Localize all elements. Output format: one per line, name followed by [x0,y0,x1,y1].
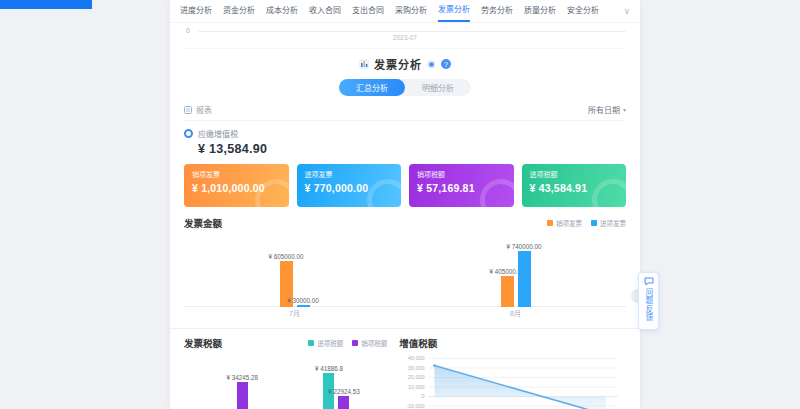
toggle-option[interactable]: 汇总分析 [339,79,405,96]
summary-card: 销项发票¥ 1,010,000.00 [184,164,289,207]
bar-group: ¥ 41886.8¥ 22924.538月 [323,353,349,409]
page-title: 发票分析 [374,56,422,72]
feedback-label: 问题反馈 [643,288,654,322]
card-label: 销项发票 [192,169,281,179]
bar-value-label: ¥ 30000.00 [287,297,319,304]
chart-icon [359,59,369,69]
bar-group: ¥ 405000.00¥ 740000.008月 [501,233,531,319]
bar-value-label: ¥ 41886.8 [315,365,343,372]
bar [518,251,531,307]
y-tick-label: 40,000 [408,355,425,361]
help-icon[interactable]: ? [441,59,451,69]
date-filter-label: 所有日期 [588,104,620,115]
top-left-banner [0,0,92,9]
bar-value-label: ¥ 605000.00 [268,253,303,260]
report-label: 报表 [196,104,212,115]
nav-tab[interactable]: 质量分析 [524,1,556,21]
feedback-widget[interactable]: 问题反馈 [638,272,659,330]
nav-tab[interactable]: 成本分析 [266,1,298,21]
coin-icon [427,60,436,69]
legend-item[interactable]: 销项发票 [547,218,582,228]
chevron-down-icon[interactable]: ∨ [623,6,630,16]
vat-amount-section: 增值税额 40,00030,00020,00010,0000-10,000-20… [399,336,626,409]
bar-column: ¥ 740000.00 [518,243,531,307]
bar-group: ¥ 1698.11¥ 34245.287月 [222,353,248,409]
nav-tab[interactable]: 支出合同 [352,1,384,21]
main-panel: 进度分析资金分析成本分析收入合同支出合同采购分析发票分析劳务分析质量分析安全分析… [170,0,640,409]
report-switch[interactable]: 报表 [184,104,212,115]
kpi-value: ¥ 13,584.90 [198,142,626,156]
axis-line [198,31,626,32]
nav-tab[interactable]: 收入合同 [309,1,341,21]
bottom-charts-row: 发票税额 进项税额销项税额 ¥ 1698.11¥ 34245.287月¥ 418… [184,336,626,409]
bar-pair: ¥ 405000.00¥ 740000.00 [501,243,531,307]
donut-icon [184,129,193,138]
bar-value-label: ¥ 22924.53 [328,388,360,395]
card-label: 进项税额 [530,169,619,179]
report-icon [184,106,192,114]
nav-tab[interactable]: 安全分析 [567,1,599,21]
bar-value-label: ¥ 740000.00 [506,243,541,250]
bar-group: ¥ 605000.00¥ 30000.007月 [280,233,310,319]
chat-bubble-icon [644,277,654,286]
date-filter[interactable]: 所有日期 ▾ [588,104,626,115]
bar [501,276,514,307]
y-tick-label: 10,000 [408,384,425,390]
legend-item[interactable]: 进项税额 [308,338,343,348]
section-title: 发票税额 [184,336,222,350]
kpi-label: 应缴增值税 [198,128,238,139]
x-tick-label: 2023-07 [184,34,626,41]
invoice-tax-section: 发票税额 进项税额销项税额 ¥ 1698.11¥ 34245.287月¥ 418… [184,336,387,409]
invoice-tax-legend: 进项税额销项税额 [308,338,387,348]
vat-line-chart: 40,00030,00020,00010,0000-10,000-20,000 … [399,350,626,409]
section-title: 增值税额 [399,336,437,350]
nav-tab[interactable]: 资金分析 [223,1,255,21]
y-tick-label: 20,000 [408,374,425,380]
legend-swatch [308,340,314,346]
legend-item[interactable]: 进项发票 [591,218,626,228]
nav-tab[interactable]: 劳务分析 [481,1,513,21]
nav-tab[interactable]: 发票分析 [438,0,470,22]
category-label: 8月 [510,307,521,319]
divider [170,328,640,329]
prev-chart-remnant: 0 2023-07 [184,23,626,49]
legend-item[interactable]: 销项税额 [352,338,387,348]
bar-column: ¥ 405000.00 [501,268,514,307]
invoice-amount-bar-chart: ¥ 605000.00¥ 30000.007月¥ 405000.00¥ 7400… [184,233,626,319]
data-point [433,364,436,367]
y-zero-tick: 0 [186,27,190,34]
bar [237,382,248,409]
nav-tab[interactable]: 采购分析 [395,1,427,21]
bar-pair: ¥ 41886.8¥ 22924.53 [323,365,349,409]
view-toggle: 汇总分析明细分析 [339,79,471,96]
section-title: 发票金额 [184,216,222,230]
category-label: 7月 [289,307,300,319]
bar-value-label: ¥ 34245.28 [227,374,259,381]
feedback-collapse-handle[interactable] [631,289,638,303]
legend-label: 进项税额 [317,338,343,348]
invoice-tax-bar-chart: ¥ 1698.11¥ 34245.287月¥ 41886.8¥ 22924.53… [184,353,387,409]
legend-label: 进项发票 [600,218,626,228]
y-tick-label: 0 [422,393,425,399]
nav-tab[interactable]: 进度分析 [180,1,212,21]
summary-cards: 销项发票¥ 1,010,000.00进项发票¥ 770,000.00销项税额¥ … [184,164,626,207]
summary-card: 进项税额¥ 43,584.91 [522,164,627,207]
legend-swatch [547,220,553,226]
bar-groups: ¥ 1698.11¥ 34245.287月¥ 41886.8¥ 22924.53… [184,353,387,409]
line-chart-svg: 40,00030,00020,00010,0000-10,000-20,000 … [399,350,626,409]
bar [338,396,349,409]
bar-column: ¥ 30000.00 [297,297,310,307]
legend-swatch [591,220,597,226]
page-title-row: 发票分析 ? [170,56,640,72]
bar-pair: ¥ 1698.11¥ 34245.28 [222,374,248,409]
invoice-amount-legend: 销项发票进项发票 [547,218,626,228]
y-tick-label: -10,000 [407,403,425,409]
card-label: 进项发票 [305,169,394,179]
bar-groups: ¥ 605000.00¥ 30000.007月¥ 405000.00¥ 7400… [184,233,626,319]
legend-swatch [352,340,358,346]
toggle-option[interactable]: 明细分析 [405,79,471,96]
summary-card: 销项税额¥ 57,169.81 [409,164,514,207]
bar-column: ¥ 34245.28 [237,374,248,409]
filter-bar: 报表 所有日期 ▾ [184,104,626,121]
kpi-block: 应缴增值税 ¥ 13,584.90 [184,128,626,156]
